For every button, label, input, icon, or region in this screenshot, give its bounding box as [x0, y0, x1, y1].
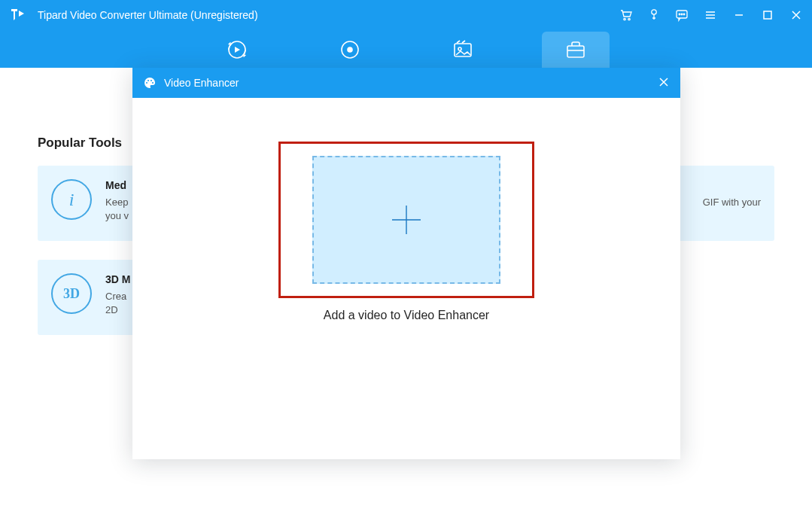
nav-converter[interactable] [203, 32, 271, 68]
titlebar: Tipard Video Converter Ultimate (Unregis… [0, 0, 812, 30]
three-d-icon: 3D [51, 273, 92, 314]
card-title [703, 179, 761, 191]
svg-rect-7 [764, 11, 771, 19]
nav-ripper[interactable] [316, 32, 384, 68]
maximize-icon[interactable] [761, 8, 774, 22]
svg-point-6 [683, 14, 685, 15]
card-title: 3D M [105, 273, 130, 285]
svg-point-2 [652, 10, 656, 14]
nav-mv[interactable] [429, 32, 497, 68]
dialog-title: Video Enhancer [164, 77, 658, 89]
card-desc: Crea2D [105, 290, 130, 317]
card-title: Med [105, 179, 129, 191]
dropzone-caption: Add a video to Video Enhancer [324, 309, 489, 322]
app-logo-icon [9, 6, 27, 24]
minimize-icon[interactable] [732, 8, 746, 22]
tutorial-highlight [278, 142, 534, 298]
dialog-header: Video Enhancer [132, 68, 680, 98]
card-desc: Keepyou v [105, 196, 129, 223]
section-title: Popular Tools [38, 136, 122, 151]
key-icon[interactable] [648, 8, 660, 22]
dialog-body: Add a video to Video Enhancer [132, 98, 680, 459]
nav-toolbox[interactable] [542, 32, 610, 68]
dialog-close-icon[interactable] [658, 76, 670, 90]
svg-rect-13 [567, 46, 584, 57]
svg-point-0 [624, 18, 625, 20]
card-desc: GIF with your [703, 196, 761, 209]
plus-icon [388, 201, 425, 239]
close-icon[interactable] [789, 8, 803, 22]
window-title: Tipard Video Converter Ultimate (Unregis… [38, 9, 619, 21]
navbar [0, 30, 812, 68]
add-video-dropzone[interactable] [312, 156, 500, 284]
palette-icon [143, 76, 157, 90]
info-icon: i [51, 179, 92, 220]
svg-point-1 [628, 18, 630, 20]
svg-point-5 [681, 14, 683, 15]
titlebar-controls [619, 8, 803, 22]
main-content: Popular Tools i Med Keepyou v 3D 3D M Cr… [0, 68, 812, 527]
svg-point-10 [348, 47, 352, 52]
video-enhancer-dialog: Video Enhancer Add a video to Video Enha… [132, 68, 680, 459]
cart-icon[interactable] [619, 8, 633, 22]
feedback-icon[interactable] [675, 8, 689, 22]
menu-icon[interactable] [704, 8, 717, 22]
svg-point-12 [458, 47, 461, 50]
svg-point-4 [679, 14, 680, 15]
